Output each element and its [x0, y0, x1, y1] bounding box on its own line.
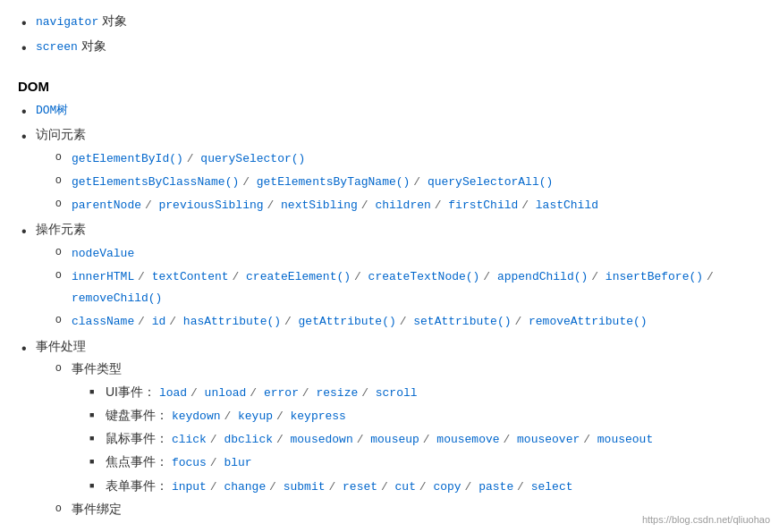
keyboard-events: 键盘事件： keydown / keyup / keypress — [89, 405, 761, 426]
focus-events: 焦点事件： focus / blur — [89, 452, 761, 473]
screen-code: screen — [36, 40, 78, 54]
operate-item-3: className / id / hasAttribute() / getAtt… — [54, 310, 761, 332]
access-item-2: getElementsByClassName() / getElementsBy… — [54, 171, 761, 192]
navigator-label: 对象 — [102, 13, 127, 28]
form-prefix: 表单事件： — [106, 478, 168, 493]
form-events: 表单事件： input / change / submit / reset / … — [89, 476, 761, 497]
list-item-domtree: DOM树 — [18, 99, 761, 121]
events-children: 事件类型 UI事件： load / unload / error / resiz… — [36, 359, 761, 519]
sep3: / — [413, 175, 428, 189]
operate-item-1: nodeValue — [54, 242, 761, 264]
list-item-access: 访问元素 getElementById() / querySelector() … — [18, 124, 761, 215]
code-queryselector: querySelector() — [200, 152, 305, 165]
code-children: children — [375, 198, 430, 212]
code-nodevalue: nodeValue — [72, 247, 134, 260]
events-label: 事件处理 — [36, 339, 86, 353]
dom-list: DOM树 访问元素 getElementById() / querySelect… — [18, 99, 761, 519]
event-binding-label: 事件绑定 — [72, 502, 122, 516]
code-parentnode: parentNode — [72, 198, 141, 212]
code-prevsibling: previousSibling — [159, 198, 264, 212]
focus-prefix: 焦点事件： — [106, 454, 168, 469]
code-lastchild: lastChild — [536, 198, 598, 212]
code-getbytag: getElementsByTagName() — [257, 175, 411, 189]
code-firstchild: firstChild — [448, 198, 518, 212]
code-queryselectorall: querySelectorAll() — [428, 175, 553, 189]
access-item-3: parentNode / previousSibling / nextSibli… — [54, 194, 761, 215]
code-getbyclass: getElementsByClassName() — [72, 175, 239, 189]
code-nextsibling: nextSibling — [281, 198, 358, 212]
ui-events: UI事件： load / unload / error / resize / s… — [89, 382, 761, 403]
screen-label: 对象 — [81, 38, 106, 53]
list-item-events: 事件处理 事件类型 UI事件： load / unload / error / … — [18, 336, 761, 520]
sep2: / — [242, 175, 257, 189]
watermark: https://blog.csdn.net/qliuohao — [642, 514, 770, 525]
list-item-navigator: navigator 对象 — [18, 11, 761, 32]
operate-children: nodeValue innerHTML / textContent / crea… — [36, 242, 761, 332]
access-label: 访问元素 — [36, 127, 86, 141]
access-item-1: getElementById() / querySelector() — [54, 148, 761, 169]
code-getbyid: getElementById() — [72, 152, 183, 165]
operate-label: 操作元素 — [36, 222, 86, 236]
mouse-events: 鼠标事件： click / dbclick / mousedown / mous… — [89, 428, 761, 450]
access-children: getElementById() / querySelector() getEl… — [36, 148, 761, 215]
operate-item-2: innerHTML / textContent / createElement(… — [54, 266, 761, 308]
keyboard-prefix: 键盘事件： — [106, 408, 168, 422]
sep1: / — [187, 152, 201, 165]
ui-events-prefix: UI事件： — [106, 384, 156, 399]
dom-section-title: DOM — [18, 79, 761, 94]
domtree-text: DOM树 — [36, 104, 68, 117]
list-item-operate: 操作元素 nodeValue innerHTML / textContent /… — [18, 219, 761, 332]
top-list: navigator 对象 screen 对象 — [18, 11, 761, 57]
event-type-children: UI事件： load / unload / error / resize / s… — [72, 382, 761, 496]
list-item-screen: screen 对象 — [18, 36, 761, 57]
event-type-item: 事件类型 UI事件： load / unload / error / resiz… — [54, 359, 761, 496]
mouse-prefix: 鼠标事件： — [106, 431, 168, 445]
event-type-label: 事件类型 — [72, 361, 122, 376]
navigator-code: navigator — [36, 15, 98, 29]
